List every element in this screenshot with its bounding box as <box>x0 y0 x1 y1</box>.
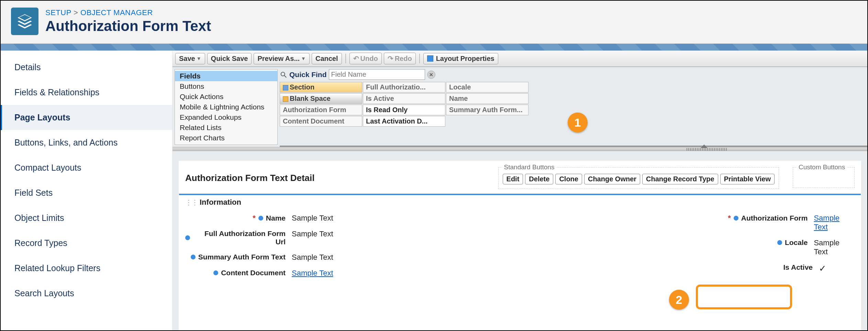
field-dot-icon <box>258 216 263 221</box>
sidebar-item-compact-layouts[interactable]: Compact Layouts <box>1 155 172 180</box>
layout-icon <box>427 55 433 62</box>
caret-down-icon: ▼ <box>301 56 306 61</box>
palette-item-last-activation-d[interactable]: Last Activation D... <box>363 116 445 127</box>
std-button-clone[interactable]: Clone <box>555 174 582 184</box>
breadcrumb-sep: > <box>74 8 78 17</box>
save-button[interactable]: Save▼ <box>175 53 205 64</box>
redo-button[interactable]: ↷Redo <box>384 53 416 64</box>
svg-point-0 <box>281 72 285 76</box>
palette-cat-report-charts[interactable]: Report Charts <box>175 133 277 143</box>
std-button-delete[interactable]: Delete <box>525 174 553 184</box>
std-button-change-owner[interactable]: Change Owner <box>584 174 640 184</box>
search-icon <box>280 71 287 78</box>
section-block-icon <box>283 85 288 90</box>
std-button-change-record-type[interactable]: Change Record Type <box>642 174 718 184</box>
palette-item-full-authorization[interactable]: Full Authorizatio... <box>363 82 445 93</box>
palette-item-section[interactable]: Section <box>280 82 362 93</box>
layers-icon <box>16 13 33 30</box>
field-value: Sample Text <box>814 238 855 256</box>
breadcrumb-object-manager[interactable]: OBJECT MANAGER <box>80 8 153 17</box>
quick-find-input[interactable] <box>329 69 425 80</box>
breadcrumb: SETUP > OBJECT MANAGER <box>45 8 211 17</box>
field-row-summary-auth-form-text[interactable]: Summary Auth Form Text Sample Text <box>185 249 520 265</box>
redo-icon: ↷ <box>388 54 393 63</box>
field-label: Summary Auth Form Text <box>198 253 286 261</box>
palette-item-summary-auth-form[interactable]: Summary Auth Form... <box>446 105 528 115</box>
quick-find-row: Quick Find ✕ <box>280 69 864 80</box>
custom-buttons-legend: Custom Buttons <box>797 163 847 171</box>
object-icon <box>11 8 38 35</box>
field-row-name[interactable]: *Name Sample Text <box>185 210 520 226</box>
field-value[interactable]: Sample Text <box>292 269 333 278</box>
field-label: Content Document <box>221 269 286 277</box>
separator <box>419 54 420 63</box>
field-value-check: ✓ <box>819 263 826 274</box>
sidebar-item-related-lookup-filters[interactable]: Related Lookup Filters <box>1 256 172 281</box>
custom-buttons-group: Custom Buttons <box>793 167 855 188</box>
field-value[interactable]: Sample Text <box>814 214 855 232</box>
field-row-full-auth-url[interactable]: Full Authorization Form Url Sample Text <box>185 226 520 249</box>
field-row-authorization-form[interactable]: *Authorization Form Sample Text <box>520 210 855 235</box>
std-button-printable-view[interactable]: Printable View <box>720 174 775 184</box>
undo-button[interactable]: ↶Undo <box>349 53 382 64</box>
std-button-edit[interactable]: Edit <box>503 174 523 184</box>
palette-item-is-active[interactable]: Is Active <box>363 93 445 104</box>
palette-item-name[interactable]: Name <box>446 93 528 104</box>
page-title: Authorization Form Text <box>45 18 211 34</box>
sidebar-item-page-layouts[interactable]: Page Layouts <box>1 105 172 130</box>
palette-item-authorization-form[interactable]: Authorization Form <box>280 105 362 115</box>
field-row-is-active[interactable]: Is Active ✓ <box>520 260 855 277</box>
sidebar-item-field-sets[interactable]: Field Sets <box>1 180 172 205</box>
blank-space-icon <box>283 96 288 102</box>
field-value: Sample Text <box>292 253 333 262</box>
layout-properties-button[interactable]: Layout Properties <box>423 53 498 64</box>
palette: Fields Buttons Quick Actions Mobile & Li… <box>173 67 867 147</box>
standard-buttons-legend: Standard Buttons <box>502 163 557 171</box>
sidebar-item-fields[interactable]: Fields & Relationships <box>1 80 172 105</box>
field-dot-icon <box>734 216 738 221</box>
palette-cat-related-lists[interactable]: Related Lists <box>175 122 277 133</box>
field-label: Name <box>266 214 286 222</box>
sidebar-item-object-limits[interactable]: Object Limits <box>1 205 172 231</box>
sidebar-item-buttons-links-actions[interactable]: Buttons, Links, and Actions <box>1 130 172 155</box>
decorative-band <box>1 44 867 51</box>
palette-cat-expanded-lookups[interactable]: Expanded Lookups <box>175 112 277 122</box>
clear-search-button[interactable]: ✕ <box>427 71 435 79</box>
quick-find-label: Quick Find <box>289 71 327 79</box>
palette-cat-fields[interactable]: Fields <box>175 71 277 81</box>
callout-2: 2 <box>669 290 689 310</box>
caret-down-icon: ▼ <box>197 56 201 61</box>
palette-resize-handle[interactable] <box>173 147 867 151</box>
undo-icon: ↶ <box>353 54 359 63</box>
field-row-locale[interactable]: Locale Sample Text <box>520 235 855 260</box>
collapse-arrow-icon <box>701 145 708 148</box>
required-star-icon: * <box>728 214 731 223</box>
palette-item-locale[interactable]: Locale <box>446 82 528 93</box>
palette-item-blank-space[interactable]: Blank Space <box>280 93 362 104</box>
section-name-label: Information <box>200 198 241 207</box>
sidebar-item-details[interactable]: Details <box>1 55 172 80</box>
field-label: Full Authorization Form Url <box>193 229 286 246</box>
required-star-icon: * <box>253 214 256 223</box>
palette-cat-buttons[interactable]: Buttons <box>175 81 277 92</box>
standard-buttons-group: Standard Buttons Edit Delete Clone Chang… <box>498 167 779 189</box>
separator <box>345 54 346 63</box>
field-row-content-document[interactable]: Content Document Sample Text <box>185 265 520 281</box>
info-left-column: *Name Sample Text Full Authorization For… <box>185 210 520 281</box>
sidebar-item-record-types[interactable]: Record Types <box>1 231 172 256</box>
palette-cat-mobile-lightning[interactable]: Mobile & Lightning Actions <box>175 102 277 112</box>
info-right-column: *Authorization Form Sample Text Locale S… <box>520 210 855 281</box>
breadcrumb-setup[interactable]: SETUP <box>45 8 71 17</box>
palette-item-is-read-only[interactable]: Is Read Only <box>363 105 445 115</box>
preview-as-button[interactable]: Preview As...▼ <box>254 53 310 64</box>
page-header: SETUP > OBJECT MANAGER Authorization For… <box>1 1 867 44</box>
palette-item-content-document[interactable]: Content Document <box>280 116 362 127</box>
cancel-button[interactable]: Cancel <box>312 53 342 64</box>
sidebar-item-search-layouts[interactable]: Search Layouts <box>1 281 172 306</box>
grip-icon <box>687 148 728 151</box>
section-header[interactable]: ⋮⋮ Information <box>179 195 861 210</box>
palette-cat-quick-actions[interactable]: Quick Actions <box>175 92 277 102</box>
quick-save-button[interactable]: Quick Save <box>207 53 252 64</box>
drag-handle-icon[interactable]: ⋮⋮ <box>185 198 198 206</box>
callout-1: 1 <box>568 113 588 132</box>
